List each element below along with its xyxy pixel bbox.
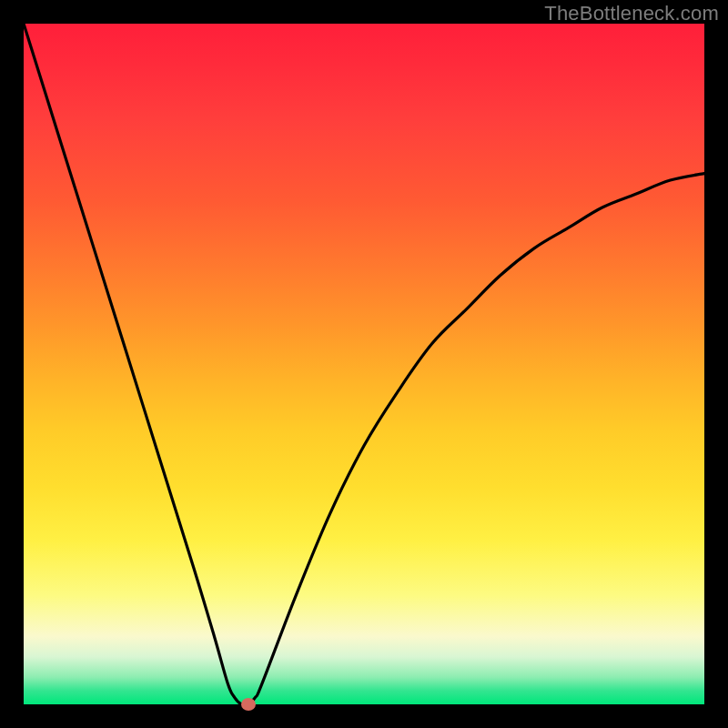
optimal-point-marker (241, 698, 256, 711)
watermark-text: TheBottleneck.com (544, 2, 719, 25)
plot-area (24, 24, 704, 704)
chart-frame: TheBottleneck.com (0, 0, 728, 728)
bottleneck-curve (24, 24, 704, 704)
